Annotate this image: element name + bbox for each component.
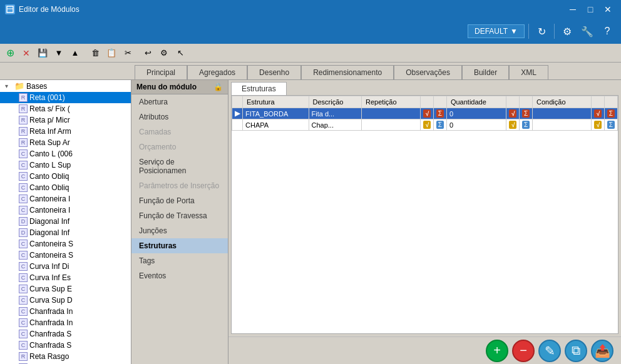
add-structure-button[interactable]: + <box>486 340 508 362</box>
tab-redimensionamento[interactable]: Redimensionamento <box>301 65 394 79</box>
tab-observacoes[interactable]: Observações <box>394 65 462 79</box>
help-button[interactable]: ? <box>598 23 616 40</box>
remove-structure-button[interactable]: − <box>512 340 535 362</box>
cell-cond-fx-1[interactable]: √ <box>592 119 605 131</box>
save-toolbar-button[interactable]: 💾 <box>35 46 50 60</box>
cell-cond-fx-0[interactable]: √ <box>592 108 605 119</box>
tree-item-18[interactable]: C Curva Sup D <box>0 295 131 306</box>
table-row-0[interactable]: ▶ FITA_BORDA Fita d... √ Σ 0 √ Σ √ Σ <box>232 108 618 119</box>
tree-item-9[interactable]: C Cantoneira I <box>0 193 131 205</box>
tree-item-19[interactable]: C Chanfrada In <box>0 306 131 317</box>
tree-item-5[interactable]: C Canto L (006 <box>0 148 131 159</box>
cell-rep-fx-1[interactable]: √ <box>421 119 434 131</box>
tree-root[interactable]: ▾ 📁 Bases <box>0 80 131 92</box>
rep-sigma-btn-1[interactable]: Σ <box>436 121 444 129</box>
settings-button[interactable]: ⚙ <box>558 23 576 40</box>
cell-qty-fx-1[interactable]: √ <box>506 119 520 131</box>
cell-repeticao-1[interactable] <box>362 119 421 131</box>
minimize-button[interactable]: ─ <box>565 3 581 16</box>
tab-desenho[interactable]: Desenho <box>247 65 301 79</box>
tree-item-6[interactable]: C Canto L Sup <box>0 159 131 171</box>
tree-item-20[interactable]: C Chanfrada In <box>0 317 131 328</box>
tree-item-7[interactable]: C Canto Obliq <box>0 171 131 182</box>
rep-fx-btn-1[interactable]: √ <box>423 121 431 129</box>
up-toolbar-button[interactable]: ▲ <box>68 46 83 60</box>
cut-toolbar-button[interactable]: ✂ <box>120 46 135 60</box>
tab-xml[interactable]: XML <box>509 65 548 79</box>
tree-item-15[interactable]: C Curva Inf Di <box>0 261 131 272</box>
menu-item-estruturas[interactable]: Estruturas <box>131 238 228 253</box>
tab-builder[interactable]: Builder <box>462 65 509 79</box>
tab-agregados[interactable]: Agregados <box>187 65 247 79</box>
tab-principal[interactable]: Principal <box>135 65 187 79</box>
qty-sigma-btn-0[interactable]: Σ <box>522 109 530 118</box>
tree-item-17[interactable]: C Curva Sup E <box>0 283 131 295</box>
inner-tab-estruturas[interactable]: Estruturas <box>231 82 287 96</box>
tree-item-8[interactable]: C Canto Obliq <box>0 182 131 193</box>
cell-qty-sigma-0[interactable]: Σ <box>519 108 532 119</box>
table-row-1[interactable]: CHAPA Chap... √ Σ 0 √ Σ √ Σ <box>232 119 618 131</box>
qty-fx-btn-0[interactable]: √ <box>509 109 516 118</box>
tree-item-16[interactable]: C Curva Inf Es <box>0 272 131 283</box>
tree-item-1[interactable]: R Reta s/ Fix ( <box>0 103 131 114</box>
tree-item-23[interactable]: R Reta Rasgo <box>0 351 131 362</box>
cell-condicao-0[interactable] <box>533 108 592 119</box>
paste-toolbar-button[interactable]: 📋 <box>104 46 119 60</box>
cond-fx-btn-0[interactable]: √ <box>594 109 602 118</box>
cell-repeticao-0[interactable] <box>362 108 421 119</box>
maximize-button[interactable]: □ <box>582 3 598 16</box>
menu-item-atributos[interactable]: Atributos <box>131 109 228 124</box>
menu-item-eventos[interactable]: Eventos <box>131 268 228 283</box>
cell-rep-sigma-1[interactable]: Σ <box>433 119 446 131</box>
menu-item-abertura[interactable]: Abertura <box>131 94 228 109</box>
menu-item-servico[interactable]: Serviço de Posicionamen <box>131 154 228 178</box>
cell-qty-sigma-1[interactable]: Σ <box>519 119 532 131</box>
add-toolbar-button[interactable]: ⊕ <box>3 46 18 60</box>
cell-cond-sigma-0[interactable]: Σ <box>604 108 617 119</box>
cursor-button[interactable]: ↖ <box>173 46 188 60</box>
tree-item-12[interactable]: D Diagonal Inf <box>0 227 131 238</box>
cell-condicao-1[interactable] <box>533 119 592 131</box>
condicao-input-1[interactable] <box>535 121 573 129</box>
menu-item-funcao-travessa[interactable]: Função de Travessa <box>131 208 228 223</box>
gear2-button[interactable]: 🔧 <box>578 23 596 40</box>
rep-sigma-btn-0[interactable]: Σ <box>436 109 444 118</box>
cell-rep-sigma-0[interactable]: Σ <box>433 108 446 119</box>
repeticao-input-0[interactable] <box>364 110 402 118</box>
cond-sigma-btn-0[interactable]: Σ <box>607 109 615 118</box>
cell-rep-fx-0[interactable]: √ <box>421 108 434 119</box>
qty-sigma-btn-1[interactable]: Σ <box>522 121 530 129</box>
menu-item-juncoes[interactable]: Junções <box>131 223 228 238</box>
tree-item-10[interactable]: C Cantoneira I <box>0 205 131 216</box>
tree-item-0[interactable]: R Reta (001) <box>0 92 131 103</box>
tree-item-2[interactable]: R Reta p/ Micr <box>0 114 131 126</box>
close-toolbar-button[interactable]: ✕ <box>19 46 34 60</box>
menu-item-funcao-porta[interactable]: Função de Porta <box>131 193 228 208</box>
close-button[interactable]: ✕ <box>600 3 616 16</box>
default-button[interactable]: DEFAULT ▼ <box>468 24 525 38</box>
repeticao-input-1[interactable] <box>364 121 402 129</box>
edit-structure-button[interactable]: ✎ <box>538 340 561 362</box>
tree-item-4[interactable]: R Reta Sup Ar <box>0 137 131 148</box>
refresh-button[interactable]: ↻ <box>533 23 550 40</box>
tree-item-22[interactable]: C Chanfrada S <box>0 340 131 351</box>
cond-fx-btn-1[interactable]: √ <box>594 121 602 129</box>
qty-fx-btn-1[interactable]: √ <box>509 121 516 129</box>
tree-item-14[interactable]: C Cantoneira S <box>0 250 131 261</box>
export-structure-button[interactable]: 📤 <box>591 340 613 362</box>
rep-fx-btn-0[interactable]: √ <box>423 109 431 118</box>
cell-cond-sigma-1[interactable]: Σ <box>604 119 617 131</box>
down-toolbar-button[interactable]: ▼ <box>51 46 66 60</box>
tree-item-21[interactable]: C Chanfrada S <box>0 328 131 340</box>
tree-item-11[interactable]: D Diagonal Inf <box>0 216 131 227</box>
config-toolbar-button[interactable]: ⚙ <box>157 46 172 60</box>
cond-sigma-btn-1[interactable]: Σ <box>607 121 615 129</box>
copy-structure-button[interactable]: ⧉ <box>565 340 587 362</box>
cell-qty-fx-0[interactable]: √ <box>506 108 520 119</box>
condicao-input-0[interactable] <box>535 110 573 118</box>
tree-item-13[interactable]: C Cantoneira S <box>0 238 131 250</box>
menu-item-tags[interactable]: Tags <box>131 253 228 268</box>
delete-toolbar-button[interactable]: 🗑 <box>88 46 103 60</box>
undo-toolbar-button[interactable]: ↩ <box>140 46 155 60</box>
tree-item-3[interactable]: R Reta Inf Arm <box>0 126 131 137</box>
